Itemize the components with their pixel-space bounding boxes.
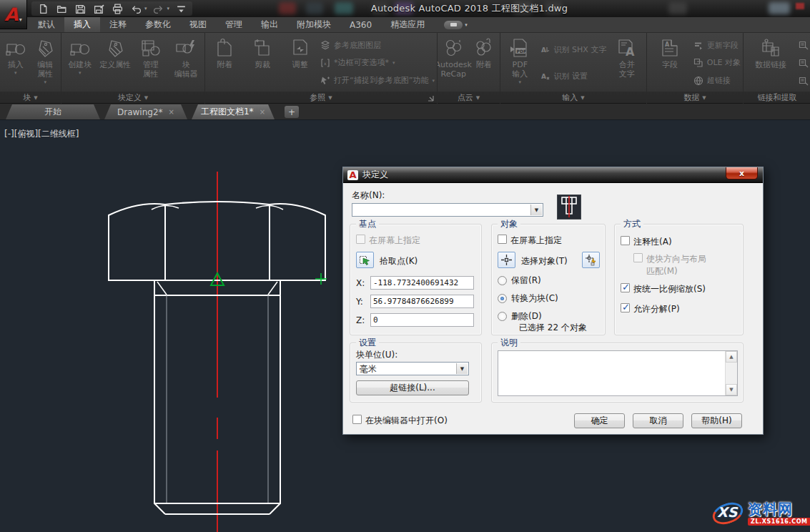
chevron-down-icon[interactable]: ▾ xyxy=(465,22,468,28)
panel-title-point-cloud[interactable]: 点云▼ xyxy=(438,92,500,104)
close-tab-icon[interactable]: × xyxy=(260,108,265,116)
extract-3-button[interactable] xyxy=(799,76,809,86)
autodesk-recap-button[interactable]: Autodesk ReCap xyxy=(438,34,469,92)
file-tab-Drawing2[interactable]: Drawing2*× xyxy=(104,104,187,119)
underlay-layers-button[interactable]: 参考底图图层 xyxy=(320,40,435,51)
snap-to-underlay-button[interactable]: 打开“捕捉到参考底图”功能▾ xyxy=(320,75,435,86)
base-x-input[interactable]: -118.7732400691432 xyxy=(370,276,474,290)
block-unit-select[interactable]: 毫米 ▼ xyxy=(356,362,469,375)
chevron-down-icon[interactable]: ▼ xyxy=(456,363,468,374)
scroll-up-icon[interactable]: ▲ xyxy=(726,351,737,363)
scroll-down-icon[interactable]: ▼ xyxy=(726,384,737,395)
block-editor-button[interactable]: 块 编辑器 xyxy=(169,34,204,92)
define-attributes-button[interactable]: 定义属性 xyxy=(98,34,134,92)
pick-point-icon xyxy=(359,254,371,266)
objects-specify-onscreen-checkbox[interactable]: 在屏幕上指定 xyxy=(498,235,562,247)
behavior-checkbox-3[interactable]: 允许分解(P) xyxy=(621,303,680,315)
recognition-settings-button[interactable]: A识别 设置 xyxy=(540,71,607,82)
base-specify-onscreen-checkbox[interactable]: 在屏幕上指定 xyxy=(356,235,420,247)
file-tab-开始[interactable]: 开始 xyxy=(6,104,100,119)
new-tab-button[interactable]: + xyxy=(285,106,299,118)
select-objects-button[interactable] xyxy=(498,252,515,268)
dropdown-caret-icon[interactable]: ▾ xyxy=(144,6,147,11)
behavior-checkbox-1[interactable]: 使块方向与布局 匹配(M) xyxy=(633,253,706,277)
description-textarea[interactable]: ▲ ▼ xyxy=(498,350,738,396)
radio-保留(R)[interactable]: 保留(R) xyxy=(498,275,558,287)
attach-button[interactable]: 附着 xyxy=(206,34,244,92)
cancel-button[interactable]: 取消 xyxy=(633,413,683,428)
dialog-launcher-icon[interactable] xyxy=(428,95,435,102)
file-tab-工程图文档1[interactable]: 工程图文档1*× xyxy=(192,104,275,119)
pdf-import-button[interactable]: PDFPDF 输入▾ xyxy=(501,34,539,92)
drawing-canvas[interactable]: [-][俯视][二维线框] xyxy=(0,120,810,532)
base-z-input[interactable]: 0 xyxy=(370,313,474,327)
new-button[interactable] xyxy=(36,2,50,15)
quick-select-button[interactable] xyxy=(582,252,600,268)
ribbon-tab-输出[interactable]: 输出 xyxy=(252,17,287,32)
block-name-input[interactable]: ▼ xyxy=(352,203,543,217)
panel-title-block-definition[interactable]: 块定义▼ xyxy=(61,92,204,104)
open-in-block-editor-checkbox[interactable]: 在块编辑器中打开(O) xyxy=(352,415,448,427)
recognize-shx-text-button[interactable]: A识别 SHX 文字 xyxy=(540,44,607,55)
chevron-down-icon[interactable]: ▼ xyxy=(530,205,542,215)
behavior-checkbox-0[interactable]: 注释性(A) xyxy=(621,236,672,248)
ribbon-tab-注释[interactable]: 注释 xyxy=(100,17,136,32)
extract-2-button[interactable] xyxy=(799,58,809,68)
clip-button[interactable]: 剪裁 xyxy=(244,34,282,92)
ole-object-button[interactable]: OLE 对象 xyxy=(693,57,741,68)
dialog-titlebar[interactable]: A 块定义 x xyxy=(343,167,763,183)
panel-title-data[interactable]: 数据▼ xyxy=(647,92,743,104)
recognize-shx-text-label: 识别 SHX 文字 xyxy=(554,44,607,55)
ribbon-tab-默认[interactable]: 默认 xyxy=(29,17,64,32)
background-app-icon xyxy=(668,2,687,14)
combine-text-button[interactable]: A合并 文字 xyxy=(608,34,646,92)
plot-button[interactable] xyxy=(110,2,124,15)
save-as-button[interactable] xyxy=(92,2,106,15)
radio-转换为块(C)[interactable]: 转换为块(C) xyxy=(498,292,558,305)
panel-title-reference[interactable]: 参照▼ xyxy=(205,92,437,104)
data-link-button[interactable]: 数据链接 xyxy=(744,34,797,92)
ribbon-tab-精选应用[interactable]: 精选应用 xyxy=(381,17,434,32)
redo-button[interactable] xyxy=(152,2,166,15)
radio-删除(D)[interactable]: 删除(D) xyxy=(498,310,558,322)
panel-title-block[interactable]: 块▼ xyxy=(0,92,61,104)
update-fields-button[interactable]: 更新字段 xyxy=(693,40,741,51)
ribbon-display-toggle[interactable] xyxy=(444,21,463,29)
hyperlink-icon xyxy=(693,76,703,86)
hyperlink-button[interactable]: 超链接(L)... xyxy=(356,380,469,395)
field-button[interactable]: A字段 xyxy=(648,34,692,92)
ribbon-tab-附加模块[interactable]: 附加模块 xyxy=(287,17,340,32)
behavior-checkbox-2[interactable]: 按统一比例缩放(S) xyxy=(621,283,706,295)
create-block-button[interactable]: 创建块▾ xyxy=(62,34,98,92)
ribbon-tab-管理[interactable]: 管理 xyxy=(216,17,252,32)
close-button[interactable]: x xyxy=(726,167,758,179)
insert-button[interactable]: 插入▾ xyxy=(1,34,31,92)
chevron-down-icon: ▼ xyxy=(581,95,584,101)
customize-quick-access-button[interactable] xyxy=(174,2,188,15)
open-button[interactable] xyxy=(54,2,69,15)
base-y-input[interactable]: 56.97784876626899 xyxy=(370,295,474,308)
scrollbar[interactable]: ▲ ▼ xyxy=(725,351,737,395)
extract-1-button[interactable] xyxy=(799,40,809,50)
manage-attributes-button[interactable]: 管理 属性 xyxy=(133,34,169,92)
frames-option-button[interactable]: x*边框可变选项*▾ xyxy=(320,57,435,68)
attach-point-cloud-button[interactable]: 附着 xyxy=(469,34,500,92)
application-menu-button[interactable]: A ▾ xyxy=(0,0,27,29)
ribbon-tab-插入[interactable]: 插入 xyxy=(64,17,100,32)
ribbon-tab-参数化[interactable]: 参数化 xyxy=(136,17,180,32)
help-button[interactable]: 帮助(H) xyxy=(691,413,742,428)
pick-point-button[interactable] xyxy=(356,252,374,268)
panel-title-import[interactable]: 输入▼ xyxy=(500,92,646,104)
close-tab-icon[interactable]: × xyxy=(169,108,174,116)
panel-title-linking-extraction[interactable]: 链接和提取 xyxy=(744,92,810,104)
dropdown-caret-icon[interactable]: ▾ xyxy=(167,6,170,11)
hyperlink-button[interactable]: 超链接 xyxy=(693,75,741,86)
save-button[interactable] xyxy=(73,2,87,15)
ribbon-tab-视图[interactable]: 视图 xyxy=(180,17,216,32)
edit-attribute-button[interactable]: 编辑 属性▾ xyxy=(31,34,61,92)
radio-label: 删除(D) xyxy=(511,310,542,322)
undo-button[interactable] xyxy=(129,2,143,15)
ok-button[interactable]: 确定 xyxy=(574,413,625,428)
ribbon-tab-A360[interactable]: A360 xyxy=(340,17,381,32)
adjust-button[interactable]: 调整 xyxy=(281,34,319,92)
